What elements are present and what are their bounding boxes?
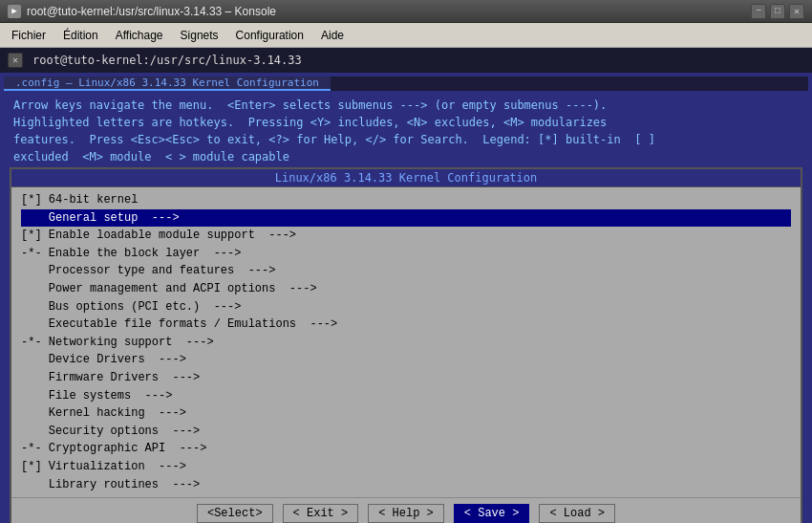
close-button[interactable]: ✕ xyxy=(789,4,804,19)
kconfig-button-save[interactable]: < Save > xyxy=(454,504,530,523)
window-controls[interactable]: − □ ✕ xyxy=(751,4,804,19)
maximize-button[interactable]: □ xyxy=(770,4,785,19)
tab-close-button[interactable]: ✕ xyxy=(8,53,23,68)
kconfig-buttons: <Select>< Exit >< Help >< Save >< Load > xyxy=(11,497,801,523)
menu-line-item[interactable]: File systems ---> xyxy=(21,387,791,405)
tab-strip: .config – Linux/x86 3.14.33 Kernel Confi… xyxy=(4,76,808,91)
kconfig-button-load[interactable]: < Load > xyxy=(539,504,615,523)
menu-line-item[interactable]: [*] Virtualization ---> xyxy=(21,458,791,476)
menu-item-fichier[interactable]: Fichier xyxy=(4,27,53,44)
kconfig-dialog-title: Linux/x86 3.14.33 Kernel Configuration xyxy=(11,169,801,187)
menu-line-item[interactable]: Executable file formats / Emulations ---… xyxy=(21,316,791,334)
menu-item-affichage[interactable]: Affichage xyxy=(108,27,171,44)
minimize-button[interactable]: − xyxy=(751,4,766,19)
menu-line-item[interactable]: Device Drivers ---> xyxy=(21,351,791,369)
kconfig-dialog: Linux/x86 3.14.33 Kernel Configuration [… xyxy=(10,167,802,523)
info-line: Highlighted letters are hotkeys. Pressin… xyxy=(13,114,799,131)
active-tab[interactable]: .config – Linux/x86 3.14.33 Kernel Confi… xyxy=(4,76,331,91)
menu-line-item[interactable]: Processor type and features ---> xyxy=(21,262,791,280)
menu-item-configuration[interactable]: Configuration xyxy=(228,27,311,44)
kconfig-outer: Arrow keys navigate the menu. <Enter> se… xyxy=(4,91,808,523)
titlebar: ▶ root@tuto-kernel:/usr/src/linux-3.14.3… xyxy=(0,0,812,23)
info-line: excluded <M> module < > module capable xyxy=(13,148,799,165)
terminal: .config – Linux/x86 3.14.33 Kernel Confi… xyxy=(0,73,812,523)
tabbar: ✕ root@tuto-kernel:/usr/src/linux-3.14.3… xyxy=(0,48,812,73)
kconfig-button-help[interactable]: < Help > xyxy=(368,504,444,523)
kconfig-button-exit[interactable]: < Exit > xyxy=(283,504,359,523)
menu-line-item[interactable]: Security options ---> xyxy=(21,423,791,441)
menu-line-item[interactable]: Firmware Drivers ---> xyxy=(21,369,791,387)
menubar: FichierÉditionAffichageSignetsConfigurat… xyxy=(0,23,812,48)
menu-line-item[interactable]: -*- Enable the block layer ---> xyxy=(21,245,791,263)
menu-line-item[interactable]: General setup ---> xyxy=(21,209,791,228)
menu-item-édition[interactable]: Édition xyxy=(55,27,106,44)
menu-line-item[interactable]: Power management and ACPI options ---> xyxy=(21,280,791,298)
info-line: features. Press <Esc><Esc> to exit, <?> … xyxy=(13,131,799,148)
titlebar-left: ▶ root@tuto-kernel:/usr/src/linux-3.14.3… xyxy=(8,5,276,18)
menu-line-item[interactable]: Bus options (PCI etc.) ---> xyxy=(21,298,791,316)
info-line: Arrow keys navigate the menu. <Enter> se… xyxy=(13,97,799,114)
kconfig-info: Arrow keys navigate the menu. <Enter> se… xyxy=(6,93,806,167)
menu-item-signets[interactable]: Signets xyxy=(173,27,226,44)
menu-line-item[interactable]: [*] Enable loadable module support ---> xyxy=(21,227,791,245)
menu-line-item[interactable]: -*- Networking support ---> xyxy=(21,334,791,352)
menu-item-aide[interactable]: Aide xyxy=(313,27,352,44)
window-title: root@tuto-kernel:/usr/src/linux-3.14.33 … xyxy=(27,5,276,18)
kconfig-button-select[interactable]: <Select> xyxy=(197,504,273,523)
tab-label[interactable]: root@tuto-kernel:/usr/src/linux-3.14.33 xyxy=(27,52,308,69)
menu-line-item[interactable]: -*- Cryptographic API ---> xyxy=(21,440,791,458)
menu-line-item[interactable]: Kernel hacking ---> xyxy=(21,404,791,423)
menu-line-item[interactable]: [*] 64-bit kernel xyxy=(21,191,791,209)
kconfig-menu[interactable]: [*] 64-bit kernel General setup --->[*] … xyxy=(11,187,801,497)
terminal-icon: ▶ xyxy=(8,5,21,18)
menu-line-item[interactable]: Library routines ---> xyxy=(21,476,791,494)
